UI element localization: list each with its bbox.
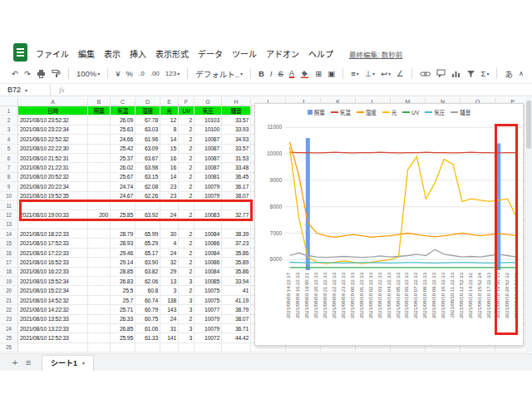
- cell[interactable]: 2021/08/10 20:52:32: [18, 173, 88, 182]
- cell[interactable]: 62.08: [135, 182, 160, 191]
- cell[interactable]: 28.85: [111, 268, 135, 277]
- cell[interactable]: 気温: [111, 106, 135, 116]
- cell[interactable]: 16: [160, 154, 179, 163]
- cell[interactable]: 23: [160, 182, 179, 191]
- cell[interactable]: 63.90: [135, 258, 160, 267]
- cell[interactable]: 25.37: [111, 154, 135, 163]
- cell[interactable]: 2021/08/10 13:22:33: [18, 324, 88, 333]
- cell[interactable]: 3: [179, 305, 195, 314]
- input-method-button[interactable]: あ: [505, 68, 513, 80]
- cell[interactable]: 2021/08/10 23:52:32: [18, 116, 88, 125]
- cell[interactable]: 2: [179, 173, 195, 182]
- cell[interactable]: 25.63: [111, 126, 135, 135]
- cell[interactable]: 8: [160, 126, 179, 135]
- cell[interactable]: 31.53: [222, 154, 251, 163]
- scrollbar-thumb[interactable]: [526, 101, 531, 149]
- cell[interactable]: [88, 135, 111, 144]
- cell[interactable]: 10077: [195, 305, 222, 314]
- cell[interactable]: 10086: [195, 258, 222, 267]
- embedded-chart[interactable]: 照葉気温湿度光UV気圧騒音 60007000800090001000011000…: [254, 103, 524, 346]
- collapse-toolbar-button[interactable]: ∧: [519, 70, 524, 77]
- select-all-corner[interactable]: [0, 97, 18, 106]
- cell[interactable]: 2021/08/10 22:52:32: [18, 135, 88, 144]
- cell[interactable]: 63.67: [135, 154, 160, 163]
- cell[interactable]: 35.86: [222, 249, 251, 258]
- cell[interactable]: 26.09: [111, 116, 135, 125]
- cell[interactable]: 35.89: [222, 258, 251, 267]
- cell[interactable]: 2021/08/10 13:52:33: [18, 315, 88, 324]
- cell[interactable]: 63.15: [135, 173, 160, 182]
- cell[interactable]: 10079: [195, 192, 222, 201]
- cell[interactable]: 26.85: [111, 324, 135, 333]
- cell[interactable]: [195, 343, 222, 352]
- cell[interactable]: 2021/08/10 21:22:31: [18, 163, 88, 172]
- cell[interactable]: 32: [160, 258, 179, 267]
- cell[interactable]: 25.42: [111, 145, 135, 154]
- menu-item-表示[interactable]: 表示: [104, 47, 121, 60]
- cell[interactable]: 2021/08/10 14:52:32: [18, 296, 88, 305]
- cell[interactable]: 200: [88, 210, 111, 219]
- cell[interactable]: 10081: [195, 173, 222, 182]
- print-button[interactable]: [37, 69, 46, 78]
- cell[interactable]: 61.96: [135, 135, 160, 144]
- cell[interactable]: 38.39: [222, 229, 251, 239]
- cell[interactable]: 25.67: [111, 173, 135, 182]
- cell[interactable]: [88, 268, 111, 277]
- cell[interactable]: 12: [160, 116, 179, 125]
- cell[interactable]: 気圧: [195, 106, 222, 116]
- cell[interactable]: [88, 333, 111, 342]
- vertical-align-button[interactable]: ⊥▾: [365, 69, 375, 78]
- cell[interactable]: [222, 220, 251, 229]
- more-formats-button[interactable]: 123▾: [165, 70, 180, 77]
- cell[interactable]: 2021/08/10 22:22:30: [18, 145, 88, 154]
- cell[interactable]: 61.06: [135, 324, 160, 333]
- cell[interactable]: [88, 154, 111, 163]
- cell[interactable]: 14: [160, 135, 179, 144]
- cell[interactable]: 2: [179, 192, 195, 201]
- cell[interactable]: 24.67: [111, 192, 135, 201]
- cell[interactable]: 湿度: [135, 106, 160, 116]
- cell[interactable]: 2: [179, 210, 195, 219]
- decrease-decimal-button[interactable]: .0: [139, 70, 145, 77]
- text-wrap-button[interactable]: ↩▾: [381, 69, 391, 78]
- cell[interactable]: [135, 343, 160, 352]
- cell[interactable]: 2021/08/10 14:22:32: [18, 305, 88, 314]
- cell[interactable]: 25.85: [111, 210, 135, 219]
- row-number[interactable]: 5: [0, 145, 18, 154]
- menu-item-データ[interactable]: データ: [198, 47, 223, 60]
- cell[interactable]: 2021/08/10 18:22:33: [18, 229, 88, 239]
- row-number[interactable]: 12: [0, 210, 18, 219]
- cell[interactable]: [88, 220, 111, 229]
- cell[interactable]: [88, 277, 111, 286]
- cell[interactable]: 25.7: [111, 296, 135, 305]
- cell[interactable]: 41: [222, 286, 251, 295]
- cell[interactable]: 光: [160, 106, 179, 116]
- cell[interactable]: 3: [179, 296, 195, 305]
- cell[interactable]: [88, 192, 111, 201]
- cell[interactable]: [135, 201, 160, 210]
- cell[interactable]: 15: [160, 145, 179, 154]
- column-header-F[interactable]: F: [179, 97, 195, 106]
- cell[interactable]: [18, 201, 88, 210]
- row-number[interactable]: 16: [0, 249, 18, 258]
- cell[interactable]: 2: [179, 258, 195, 267]
- cell[interactable]: [88, 126, 111, 135]
- bold-button[interactable]: B: [259, 69, 264, 78]
- cell[interactable]: 24: [160, 210, 179, 219]
- cell[interactable]: 2021/08/10 21:52:31: [18, 154, 88, 163]
- cell[interactable]: 29: [160, 268, 179, 277]
- cell[interactable]: 10103: [195, 116, 222, 125]
- cell[interactable]: 2021/08/10 16:22:33: [18, 268, 88, 277]
- cell[interactable]: [135, 220, 160, 229]
- cell[interactable]: 28.79: [111, 229, 135, 239]
- menu-item-挿入[interactable]: 挿入: [130, 47, 146, 60]
- cell[interactable]: 63.82: [135, 268, 160, 277]
- cell[interactable]: 63.98: [135, 163, 160, 172]
- cell[interactable]: 63.09: [135, 145, 160, 154]
- cell[interactable]: 31: [160, 324, 179, 333]
- cell[interactable]: [88, 305, 111, 314]
- row-number[interactable]: 14: [0, 229, 18, 239]
- cell[interactable]: 44.42: [222, 333, 251, 342]
- cell[interactable]: [88, 239, 111, 248]
- cell[interactable]: 67.78: [135, 116, 160, 125]
